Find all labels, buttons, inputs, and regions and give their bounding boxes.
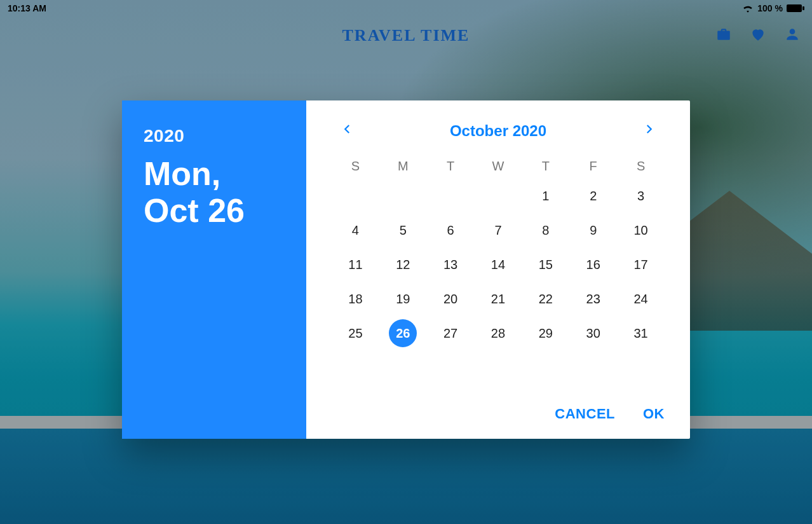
calendar-week-row: 25262728293031 xyxy=(332,316,665,350)
svg-rect-0 xyxy=(787,4,802,12)
status-battery-text: 100 % xyxy=(757,3,783,13)
calendar-empty-cell xyxy=(475,179,522,213)
calendar-day-26[interactable]: 26 xyxy=(379,316,427,350)
cancel-button[interactable]: CANCEL xyxy=(555,406,615,422)
chevron-right-icon xyxy=(643,123,654,137)
calendar-day-25[interactable]: 25 xyxy=(332,316,379,350)
heart-icon[interactable] xyxy=(750,26,766,45)
calendar-empty-cell xyxy=(379,179,427,213)
calendar-day-3[interactable]: 3 xyxy=(617,179,665,213)
weekday-label: T xyxy=(522,155,569,177)
prev-month-button[interactable] xyxy=(338,121,357,140)
status-time: 10:13 AM xyxy=(8,3,46,13)
weekday-label: S xyxy=(332,155,379,177)
calendar-week-row: 18192021222324 xyxy=(332,282,665,316)
weekday-label: M xyxy=(379,155,427,177)
calendar-day-23[interactable]: 23 xyxy=(569,282,617,316)
selected-date-line1: Mon, xyxy=(144,155,285,192)
calendar-day-2[interactable]: 2 xyxy=(569,179,617,213)
date-picker-header: 2020 Mon, Oct 26 xyxy=(122,100,306,439)
calendar-day-29[interactable]: 29 xyxy=(522,316,569,350)
selected-date-line2: Oct 26 xyxy=(144,192,285,229)
selected-date-display[interactable]: Mon, Oct 26 xyxy=(144,155,285,229)
header-actions xyxy=(715,15,801,56)
calendar-day-27[interactable]: 27 xyxy=(427,316,475,350)
weekday-label: F xyxy=(569,155,617,177)
month-title[interactable]: October 2020 xyxy=(450,122,546,140)
calendar-day-30[interactable]: 30 xyxy=(569,316,617,350)
svg-rect-1 xyxy=(802,6,804,10)
next-month-button[interactable] xyxy=(639,121,658,140)
calendar-week-row: 45678910 xyxy=(332,213,665,247)
date-picker-dialog: 2020 Mon, Oct 26 October 2020 xyxy=(122,100,690,439)
calendar-day-8[interactable]: 8 xyxy=(522,213,569,247)
calendar-day-19[interactable]: 19 xyxy=(379,282,427,316)
calendar-day-4[interactable]: 4 xyxy=(332,213,379,247)
calendar-day-18[interactable]: 18 xyxy=(332,282,379,316)
calendar-day-13[interactable]: 13 xyxy=(427,247,475,282)
calendar-week-row: 11121314151617 xyxy=(332,247,665,282)
wifi-icon xyxy=(742,4,754,13)
calendar-empty-cell xyxy=(427,179,475,213)
weekday-header-row: S M T W T F S xyxy=(332,155,665,177)
calendar-day-10[interactable]: 10 xyxy=(617,213,665,247)
briefcase-icon[interactable] xyxy=(715,26,732,45)
calendar-day-7[interactable]: 7 xyxy=(475,213,522,247)
calendar-day-11[interactable]: 11 xyxy=(332,247,379,282)
weekday-label: S xyxy=(617,155,665,177)
calendar-grid: 1234567891011121314151617181920212223242… xyxy=(332,179,665,350)
calendar-day-20[interactable]: 20 xyxy=(427,282,475,316)
calendar-day-12[interactable]: 12 xyxy=(379,247,427,282)
calendar-day-21[interactable]: 21 xyxy=(475,282,522,316)
weekday-label: W xyxy=(475,155,522,177)
calendar-panel: October 2020 S M T W T F S 1234567891011… xyxy=(306,100,690,439)
selected-year[interactable]: 2020 xyxy=(144,126,285,146)
dialog-actions: CANCEL OK xyxy=(555,406,665,422)
app-header: TRAVEL TIME xyxy=(0,15,812,56)
app-logo: TRAVEL TIME xyxy=(342,26,470,45)
calendar-day-22[interactable]: 22 xyxy=(522,282,569,316)
chevron-left-icon xyxy=(342,123,353,137)
calendar-day-14[interactable]: 14 xyxy=(475,247,522,282)
calendar-day-28[interactable]: 28 xyxy=(475,316,522,350)
battery-icon xyxy=(787,4,804,13)
person-icon[interactable] xyxy=(784,26,801,45)
month-navigation: October 2020 xyxy=(332,118,665,144)
calendar-day-31[interactable]: 31 xyxy=(617,316,665,350)
calendar-week-row: 123 xyxy=(332,179,665,213)
weekday-label: T xyxy=(427,155,475,177)
calendar-day-24[interactable]: 24 xyxy=(617,282,665,316)
calendar-day-16[interactable]: 16 xyxy=(569,247,617,282)
calendar-day-17[interactable]: 17 xyxy=(617,247,665,282)
calendar-day-6[interactable]: 6 xyxy=(427,213,475,247)
calendar-empty-cell xyxy=(332,179,379,213)
calendar-day-9[interactable]: 9 xyxy=(569,213,617,247)
calendar-day-15[interactable]: 15 xyxy=(522,247,569,282)
status-bar: 10:13 AM 100 % xyxy=(0,0,812,15)
ok-button[interactable]: OK xyxy=(643,406,665,422)
calendar-day-1[interactable]: 1 xyxy=(522,179,569,213)
calendar-day-5[interactable]: 5 xyxy=(379,213,427,247)
